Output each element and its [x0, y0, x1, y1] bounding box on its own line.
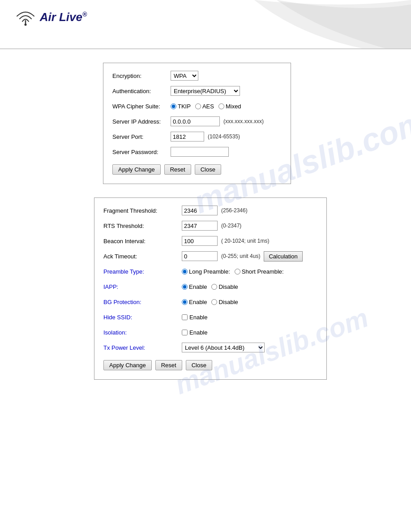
- ack-timeout-hint: (0-255; unit 4us): [221, 253, 260, 259]
- iapp-row: IAPP: Enable Disable: [103, 281, 317, 292]
- bottom-close-button[interactable]: Close: [186, 360, 212, 370]
- iapp-enable-radio[interactable]: [182, 284, 188, 290]
- hide-ssid-enable-label: Enable: [189, 314, 207, 321]
- calculation-button[interactable]: Calculation: [264, 251, 302, 262]
- bottom-apply-change-button[interactable]: Apply Change: [103, 360, 152, 370]
- server-port-control: (1024-65535): [171, 132, 282, 142]
- top-panel-container: Encryption: WPA WPA2 None Authentication…: [103, 63, 291, 184]
- isolation-enable-label: Enable: [189, 329, 207, 336]
- authentication-control: Enterprise(RADIUS) Personal(Pre-Shared K…: [171, 86, 282, 96]
- isolation-row: Isolation: Enable: [103, 326, 317, 338]
- rts-threshold-input[interactable]: [182, 221, 218, 231]
- server-password-control: [171, 147, 282, 157]
- iapp-enable-item[interactable]: Enable: [182, 283, 207, 290]
- server-ip-input[interactable]: [171, 116, 220, 126]
- ack-timeout-input[interactable]: [182, 251, 218, 261]
- svg-point-0: [25, 24, 27, 26]
- cipher-aes-label: AES: [202, 103, 214, 110]
- isolation-control: Enable: [182, 329, 317, 336]
- wpa-cipher-row: WPA Cipher Suite: TKIP AES Mixed: [112, 100, 282, 112]
- hide-ssid-checkbox-item[interactable]: Enable: [182, 314, 207, 321]
- logo: Air Live®: [13, 8, 87, 30]
- iapp-disable-label: Disable: [218, 283, 238, 290]
- header: Air Live®: [0, 0, 411, 49]
- bg-radio-group: Enable Disable: [182, 299, 238, 305]
- long-preamble-item[interactable]: Long Preamble:: [182, 268, 230, 275]
- iapp-enable-label: Enable: [189, 283, 207, 290]
- preamble-radio-group: Long Preamble: Short Preamble:: [182, 268, 284, 275]
- beacon-interval-control: ( 20-1024; unit 1ms): [182, 236, 317, 246]
- ack-timeout-row: Ack Timeout: (0-255; unit 4us) Calculati…: [103, 250, 317, 262]
- server-password-row: Server Password:: [112, 146, 282, 158]
- tx-power-label: Tx Power Level:: [103, 344, 182, 351]
- preamble-type-control: Long Preamble: Short Preamble:: [182, 268, 317, 275]
- isolation-checkbox-item[interactable]: Enable: [182, 329, 207, 336]
- tx-power-select[interactable]: Level 1 (About 1dB) Level 2 (About 3dB) …: [182, 343, 265, 352]
- tx-power-row: Tx Power Level: Level 1 (About 1dB) Leve…: [103, 342, 317, 353]
- long-preamble-label: Long Preamble:: [189, 268, 230, 275]
- beacon-interval-row: Beacon Interval: ( 20-1024; unit 1ms): [103, 235, 317, 247]
- bottom-reset-button[interactable]: Reset: [155, 360, 182, 370]
- rts-threshold-control: (0-2347): [182, 221, 317, 231]
- brand-name: Air Live®: [40, 10, 87, 24]
- top-close-button[interactable]: Close: [195, 164, 221, 175]
- encryption-label: Encryption:: [112, 73, 171, 79]
- bg-protection-label: BG Protection:: [103, 299, 182, 305]
- isolation-checkbox[interactable]: [182, 330, 188, 335]
- hide-ssid-label: Hide SSID:: [103, 314, 182, 321]
- ack-timeout-label: Ack Timeout:: [103, 253, 182, 260]
- iapp-radio-group: Enable Disable: [182, 283, 238, 290]
- hide-ssid-checkbox[interactable]: [182, 314, 188, 320]
- cipher-aes-item[interactable]: AES: [195, 103, 214, 110]
- bg-protection-row: BG Protection: Enable Disable: [103, 296, 317, 308]
- top-reset-button[interactable]: Reset: [164, 164, 191, 175]
- iapp-control: Enable Disable: [182, 283, 317, 290]
- cipher-control: TKIP AES Mixed: [171, 103, 282, 110]
- bg-enable-item[interactable]: Enable: [182, 299, 207, 305]
- server-ip-hint: (xxx.xxx.xxx.xxx): [223, 118, 264, 124]
- short-preamble-item[interactable]: Short Preamble:: [235, 268, 284, 275]
- wpa-cipher-label: WPA Cipher Suite:: [112, 103, 171, 110]
- server-port-label: Server Port:: [112, 133, 171, 140]
- fragment-threshold-input[interactable]: [182, 206, 218, 215]
- bg-enable-label: Enable: [189, 299, 207, 305]
- cipher-mixed-item[interactable]: Mixed: [218, 103, 241, 110]
- advanced-panel: Fragment Threshold: (256-2346) RTS Thres…: [94, 197, 327, 380]
- short-preamble-radio[interactable]: [235, 269, 240, 275]
- cipher-mixed-radio[interactable]: [218, 103, 224, 109]
- encryption-select[interactable]: WPA WPA2 None: [171, 71, 198, 81]
- long-preamble-radio[interactable]: [182, 269, 188, 275]
- iapp-disable-item[interactable]: Disable: [211, 283, 238, 290]
- bg-disable-item[interactable]: Disable: [211, 299, 238, 305]
- bg-protection-control: Enable Disable: [182, 299, 317, 305]
- encryption-row: Encryption: WPA WPA2 None: [112, 70, 282, 82]
- preamble-type-label: Preamble Type:: [103, 268, 182, 275]
- header-swoosh: [187, 0, 411, 49]
- server-ip-label: Server IP Address:: [112, 118, 171, 125]
- top-apply-change-button[interactable]: Apply Change: [112, 164, 161, 175]
- rts-threshold-hint: (0-2347): [221, 223, 241, 229]
- rts-threshold-label: RTS Threshold:: [103, 223, 182, 229]
- tx-power-control: Level 1 (About 1dB) Level 2 (About 3dB) …: [182, 343, 317, 352]
- server-password-label: Server Password:: [112, 149, 171, 155]
- beacon-interval-input[interactable]: [182, 236, 218, 246]
- cipher-mixed-label: Mixed: [226, 103, 241, 110]
- authentication-select[interactable]: Enterprise(RADIUS) Personal(Pre-Shared K…: [171, 86, 240, 96]
- authentication-label: Authentication:: [112, 88, 171, 94]
- cipher-tkip-radio[interactable]: [171, 103, 176, 109]
- encryption-panel: Encryption: WPA WPA2 None Authentication…: [103, 63, 291, 184]
- short-preamble-label: Short Preamble:: [242, 268, 284, 275]
- iapp-disable-radio[interactable]: [211, 284, 217, 290]
- bottom-panel-container: Fragment Threshold: (256-2346) RTS Thres…: [94, 197, 327, 380]
- fragment-threshold-row: Fragment Threshold: (256-2346): [103, 205, 317, 216]
- cipher-aes-radio[interactable]: [195, 103, 201, 109]
- server-port-hint: (1024-65535): [208, 133, 240, 140]
- wifi-logo-icon: [13, 8, 38, 28]
- cipher-tkip-item[interactable]: TKIP: [171, 103, 191, 110]
- server-ip-row: Server IP Address: (xxx.xxx.xxx.xxx): [112, 116, 282, 127]
- bg-enable-radio[interactable]: [182, 299, 188, 305]
- server-port-input[interactable]: [171, 132, 204, 142]
- bg-disable-radio[interactable]: [211, 299, 217, 305]
- cipher-tkip-label: TKIP: [178, 103, 191, 110]
- server-password-input[interactable]: [171, 147, 229, 157]
